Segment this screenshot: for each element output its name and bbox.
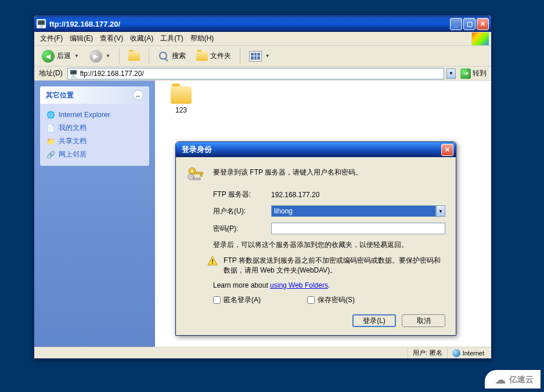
dialog-buttons: 登录(L) 取消 bbox=[213, 314, 445, 327]
side-panel-body: 🌐 Internet Explorer 📄 我的文档 📁 共享文档 🔗 网上邻居 bbox=[40, 104, 149, 166]
dialog-title: 登录身份 bbox=[178, 144, 441, 155]
menu-file[interactable]: 文件(F) bbox=[37, 32, 66, 45]
collapse-icon[interactable]: ︽ bbox=[133, 90, 143, 100]
sidebar-item-mydocs[interactable]: 📄 我的文档 bbox=[46, 121, 143, 135]
username-row: 用户名(U): ▼ bbox=[213, 205, 445, 217]
warning-icon: ! bbox=[207, 256, 218, 266]
search-icon bbox=[158, 50, 170, 62]
anonymous-checkbox[interactable]: 匿名登录(A) bbox=[213, 295, 261, 305]
close-button[interactable]: ✕ bbox=[477, 18, 489, 30]
up-button[interactable] bbox=[124, 49, 144, 63]
side-panel-other-places: 其它位置 ︽ 🌐 Internet Explorer 📄 我的文档 📁 共享文档 bbox=[40, 86, 149, 166]
address-input[interactable] bbox=[78, 70, 442, 78]
save-password-checkbox-input[interactable] bbox=[307, 296, 315, 304]
back-label: 后退 bbox=[57, 51, 71, 61]
sidebar-item-label: Internet Explorer bbox=[59, 111, 110, 119]
login-dialog: 登录身份 ✕ 要登录到该 FTP 服务器，请键入用户名和密码。 FTP 服务器:… bbox=[175, 141, 456, 336]
anonymous-checkbox-input[interactable] bbox=[213, 296, 221, 304]
forward-icon: ► bbox=[89, 50, 102, 63]
windows-logo-icon bbox=[471, 32, 489, 45]
status-user-value: 匿名 bbox=[430, 349, 442, 357]
svg-rect-5 bbox=[193, 178, 200, 180]
folder-icon: 📁 bbox=[46, 137, 55, 146]
watermark: ☁ 亿速云 bbox=[485, 370, 541, 389]
folders-label: 文件夹 bbox=[210, 51, 231, 61]
address-label: 地址(D) bbox=[37, 68, 65, 78]
username-label: 用户名(U): bbox=[213, 206, 271, 216]
side-panel-header[interactable]: 其它位置 ︽ bbox=[40, 86, 149, 104]
password-label: 密码(P): bbox=[213, 224, 271, 234]
sidebar-item-shared[interactable]: 📁 共享文档 bbox=[46, 135, 143, 148]
menu-view[interactable]: 查看(V) bbox=[96, 32, 127, 45]
go-button[interactable]: ➔ 转到 bbox=[458, 68, 489, 79]
folder-item[interactable]: 123 bbox=[161, 86, 201, 114]
menu-edit[interactable]: 编辑(E) bbox=[66, 32, 96, 45]
password-input[interactable] bbox=[271, 223, 445, 234]
separator bbox=[119, 49, 120, 64]
status-zone-label: Internet bbox=[463, 350, 484, 357]
separator bbox=[240, 49, 240, 64]
menubar: 文件(F) 编辑(E) 查看(V) 收藏(A) 工具(T) 帮助(H) bbox=[34, 32, 491, 46]
views-button[interactable]: ▼ bbox=[245, 49, 274, 64]
watermark-text: 亿速云 bbox=[509, 375, 534, 385]
login-button[interactable]: 登录(L) bbox=[352, 314, 396, 327]
learn-link[interactable]: using Web Folders bbox=[270, 281, 328, 289]
keys-icon bbox=[186, 165, 205, 184]
dialog-close-button[interactable]: ✕ bbox=[441, 144, 453, 156]
cloud-icon: ☁ bbox=[495, 373, 506, 386]
titlebar[interactable]: 🖥️ ftp://192.168.177.20/ _ ▢ ✕ bbox=[34, 16, 491, 32]
back-icon: ◄ bbox=[42, 50, 55, 63]
minimize-button[interactable]: _ bbox=[450, 18, 462, 30]
ie-icon: 🌐 bbox=[46, 110, 55, 119]
server-label: FTP 服务器: bbox=[213, 190, 271, 199]
username-dropdown[interactable]: ▼ bbox=[436, 205, 445, 217]
back-button[interactable]: ◄ 后退 ▼ bbox=[38, 48, 83, 65]
network-icon: 🔗 bbox=[46, 150, 55, 159]
folder-icon bbox=[171, 86, 192, 104]
window-icon: 🖥️ bbox=[37, 19, 46, 28]
window-title: ftp://192.168.177.20/ bbox=[49, 20, 450, 28]
menu-help[interactable]: 帮助(H) bbox=[187, 32, 218, 45]
views-icon bbox=[249, 51, 262, 61]
server-value: 192.168.177.20 bbox=[271, 191, 319, 199]
folder-label: 123 bbox=[161, 106, 201, 114]
sidebar-item-network[interactable]: 🔗 网上邻居 bbox=[46, 148, 143, 161]
menu-tools[interactable]: 工具(T) bbox=[157, 32, 186, 45]
warning-text: FTP 将数据发送到服务器之前不加密或编码密码或数据。要保护密码和数据，请用 W… bbox=[224, 256, 445, 275]
password-row: 密码(P): bbox=[213, 223, 445, 234]
forward-button[interactable]: ► ▼ bbox=[85, 48, 114, 65]
dialog-body: 要登录到该 FTP 服务器，请键入用户名和密码。 FTP 服务器: 192.16… bbox=[176, 157, 456, 335]
address-field-wrap: 🖥️ bbox=[67, 68, 444, 79]
chevron-down-icon: ▼ bbox=[74, 53, 79, 59]
sidebar-item-label: 网上邻居 bbox=[59, 150, 87, 159]
folders-button[interactable]: 文件夹 bbox=[192, 49, 235, 63]
sidebar-item-ie[interactable]: 🌐 Internet Explorer bbox=[46, 108, 143, 121]
save-password-label: 保存密码(S) bbox=[318, 295, 355, 305]
folder-icon bbox=[196, 52, 208, 61]
dialog-intro: 要登录到该 FTP 服务器，请键入用户名和密码。 bbox=[213, 165, 445, 184]
dialog-titlebar[interactable]: 登录身份 ✕ bbox=[176, 142, 456, 157]
after-login-note: 登录后，可以将这个服务器添加到您的收藏夹，以便轻易返回。 bbox=[213, 240, 445, 250]
maximize-button[interactable]: ▢ bbox=[463, 18, 475, 30]
menu-favorites[interactable]: 收藏(A) bbox=[127, 32, 157, 45]
save-password-checkbox[interactable]: 保存密码(S) bbox=[307, 295, 355, 305]
folder-up-icon bbox=[128, 52, 140, 61]
status-user-label: 用户: bbox=[413, 349, 427, 357]
chevron-down-icon: ▼ bbox=[265, 53, 270, 59]
search-button[interactable]: 搜索 bbox=[154, 48, 190, 64]
statusbar: 用户: 匿名 Internet bbox=[34, 347, 491, 358]
server-row: FTP 服务器: 192.168.177.20 bbox=[213, 190, 445, 199]
cancel-button[interactable]: 取消 bbox=[402, 314, 445, 327]
go-icon: ➔ bbox=[460, 68, 471, 79]
username-input[interactable] bbox=[271, 205, 436, 217]
svg-text:!: ! bbox=[211, 258, 214, 265]
warning-row: ! FTP 将数据发送到服务器之前不加密或编码密码或数据。要保护密码和数据，请用… bbox=[186, 256, 445, 275]
svg-rect-3 bbox=[200, 174, 202, 176]
learn-more-row: Learn more about using Web Folders. bbox=[213, 281, 445, 289]
svg-point-1 bbox=[191, 170, 193, 172]
checkbox-row: 匿名登录(A) 保存密码(S) bbox=[213, 295, 445, 305]
toolbar: ◄ 后退 ▼ ► ▼ 搜索 文件夹 ▼ bbox=[34, 46, 491, 67]
address-dropdown[interactable]: ▼ bbox=[446, 68, 456, 79]
globe-icon bbox=[452, 349, 460, 357]
sidebar: 其它位置 ︽ 🌐 Internet Explorer 📄 我的文档 📁 共享文档 bbox=[34, 81, 155, 347]
